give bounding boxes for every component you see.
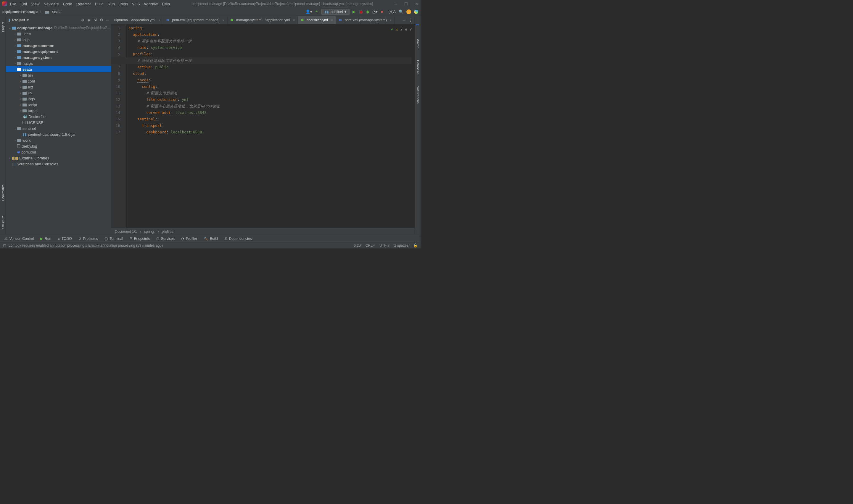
close-icon[interactable]: × xyxy=(293,18,295,22)
menu-window[interactable]: Window xyxy=(144,2,158,6)
menu-build[interactable]: Build xyxy=(95,2,104,6)
maven-tool-button[interactable]: Maven xyxy=(416,38,420,48)
tree-item[interactable]: LICENSE xyxy=(6,120,111,125)
avatar[interactable] xyxy=(406,10,411,14)
select-opened-icon[interactable]: ⊕ xyxy=(81,18,84,22)
status-message[interactable]: Lombok requires enabled annotation proce… xyxy=(8,244,163,248)
menu-refactor[interactable]: Refactor xyxy=(76,2,91,6)
database-tool-button[interactable]: Database xyxy=(416,60,420,74)
tab-dropdown-icon[interactable]: ⌄ xyxy=(403,18,406,22)
profiler-tool[interactable]: ◔Profiler xyxy=(181,237,197,241)
close-button[interactable]: ✕ xyxy=(415,2,418,6)
panel-title[interactable]: Project xyxy=(12,18,25,22)
menu-view[interactable]: View xyxy=(31,2,39,6)
menu-code[interactable]: Code xyxy=(63,2,72,6)
tree-item[interactable]: ›ext xyxy=(6,84,111,90)
editor-tab[interactable]: ⬢manage-system\...\application.yml× xyxy=(228,16,298,24)
hide-icon[interactable]: ─ xyxy=(106,18,109,22)
menu-navigate[interactable]: Navigate xyxy=(43,2,58,6)
run-config-selector[interactable]: ▮▮ sentinel ▾ xyxy=(321,9,350,15)
endpoints-tool[interactable]: ⚲Endpoints xyxy=(129,237,150,241)
fold-gutter[interactable] xyxy=(123,24,126,228)
status-icon[interactable]: ▢ xyxy=(3,244,6,248)
close-icon[interactable]: × xyxy=(158,18,160,22)
user-icon[interactable]: 👤▾ xyxy=(306,10,312,14)
menu-vcs[interactable]: VCS xyxy=(132,2,140,6)
menu-tools[interactable]: Tools xyxy=(119,2,128,6)
project-tree[interactable]: ⌄equipment-manageD:\YhcResource\myProjec… xyxy=(6,24,111,235)
bookmarks-tool-button[interactable]: Bookmarks xyxy=(1,184,5,201)
close-icon[interactable]: × xyxy=(331,18,333,22)
tree-item[interactable]: ›lib xyxy=(6,90,111,96)
tree-item[interactable]: ›manage-system xyxy=(6,54,111,60)
search-icon[interactable]: 🔍 xyxy=(399,10,403,14)
translate-icon[interactable]: 文A xyxy=(389,9,396,15)
indent-info[interactable]: 2 spaces xyxy=(394,244,408,248)
tree-item[interactable]: ›manage-equipment xyxy=(6,49,111,54)
next-icon[interactable]: ∨ xyxy=(409,26,412,33)
editor-tab-active[interactable]: ⬢bootstrap.yml× xyxy=(298,16,336,24)
close-icon[interactable]: × xyxy=(390,18,391,22)
maven-tool-icon[interactable]: m xyxy=(416,22,418,26)
tree-item-selected[interactable]: ⌄seata xyxy=(6,66,111,72)
tree-root[interactable]: ⌄equipment-manageD:\YhcResource\myProjec… xyxy=(6,25,111,31)
services-tool[interactable]: ⬡Services xyxy=(156,237,175,241)
tree-item[interactable]: ›conf xyxy=(6,78,111,84)
lock-icon[interactable]: 🔓 xyxy=(413,244,418,248)
caret-position[interactable]: 6:20 xyxy=(354,244,361,248)
warning-icon[interactable]: ⚠ xyxy=(396,26,398,33)
tree-item[interactable]: ▢Scratches and Consoles xyxy=(6,161,111,167)
build-icon[interactable]: ⬑ xyxy=(315,10,318,14)
editor-tab[interactable]: uipment\...\application.yml× xyxy=(111,16,163,24)
problems-tool[interactable]: ⊘Problems xyxy=(79,237,98,241)
todo-tool[interactable]: ≡TODO xyxy=(58,237,72,241)
run-icon[interactable]: ▶ xyxy=(352,10,355,14)
vcs-tool[interactable]: ⎇Version Control xyxy=(3,237,34,241)
crumb[interactable]: profiles: xyxy=(162,230,174,234)
tree-item[interactable]: mpom.xml xyxy=(6,149,111,155)
project-tool-button[interactable]: Project xyxy=(1,22,5,32)
tree-item[interactable]: ⌄sentinel xyxy=(6,125,111,131)
close-icon[interactable]: × xyxy=(223,18,224,22)
crumb[interactable]: Document 1/1 xyxy=(115,230,137,234)
code-editor[interactable]: 1234567891011121314151617 spring: applic… xyxy=(111,24,415,228)
codewithme-icon[interactable] xyxy=(414,10,418,14)
crumb[interactable]: spring: xyxy=(144,230,155,234)
menu-help[interactable]: Help xyxy=(162,2,170,6)
terminal-tool[interactable]: ▢Terminal xyxy=(104,237,123,241)
tree-item[interactable]: ▮▮sentinel-dashboard-1.8.6.jar xyxy=(6,131,111,137)
tree-item[interactable]: ›▮▯▮External Libraries xyxy=(6,155,111,161)
code-content[interactable]: spring: application: # 服务名称和配置文件保持一致 nam… xyxy=(126,24,415,228)
tree-item[interactable]: derby.log xyxy=(6,143,111,149)
tree-item[interactable]: 🐳Dockerfile xyxy=(6,113,111,120)
breadcrumb-item[interactable]: seata xyxy=(52,10,62,14)
inspection-icon[interactable]: ✔ xyxy=(391,26,393,33)
menu-run[interactable]: Run xyxy=(108,2,115,6)
chevron-down-icon[interactable]: ▾ xyxy=(27,18,29,22)
coverage-icon[interactable]: ◉ xyxy=(366,10,369,14)
run-tool[interactable]: ▶Run xyxy=(40,237,51,241)
prev-icon[interactable]: ∧ xyxy=(405,26,407,33)
line-separator[interactable]: CRLF xyxy=(366,244,375,248)
structure-tool-button[interactable]: Structure xyxy=(1,216,5,229)
tree-item[interactable]: ›logs xyxy=(6,37,111,42)
gear-icon[interactable]: ⚙ xyxy=(100,18,103,22)
stop-icon[interactable]: ■ xyxy=(381,10,383,14)
tree-item[interactable]: ›bin xyxy=(6,72,111,78)
tree-item[interactable]: ›work xyxy=(6,137,111,143)
expand-all-icon[interactable]: ≑ xyxy=(87,18,91,22)
tree-item[interactable]: ›target xyxy=(6,108,111,113)
file-encoding[interactable]: UTF-8 xyxy=(380,244,389,248)
tree-item[interactable]: ›script xyxy=(6,102,111,108)
editor-tab[interactable]: mpom.xml (equipment-manage)× xyxy=(163,16,228,24)
build-tool[interactable]: 🔨Build xyxy=(204,237,218,241)
tree-item[interactable]: ›logs xyxy=(6,96,111,102)
menu-file[interactable]: File xyxy=(10,2,16,6)
menu-edit[interactable]: Edit xyxy=(20,2,27,6)
notifications-tool-button[interactable]: Notifications xyxy=(416,86,420,104)
tree-item[interactable]: ›.idea xyxy=(6,31,111,37)
dependencies-tool[interactable]: ⊞Dependencies xyxy=(224,237,252,241)
minimize-button[interactable]: ─ xyxy=(395,2,397,6)
tab-more-icon[interactable]: ⋮ xyxy=(408,18,412,22)
tree-item[interactable]: ›nacos xyxy=(6,60,111,66)
